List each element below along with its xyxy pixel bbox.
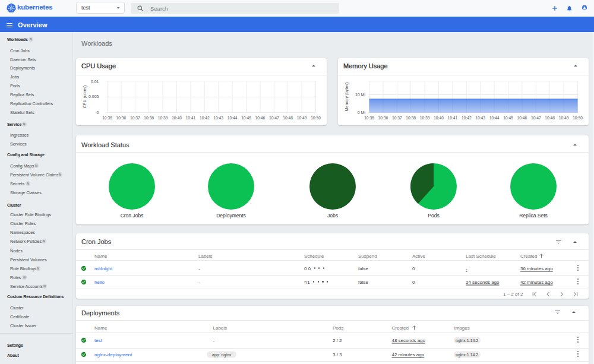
svg-text:10:46: 10:46	[517, 115, 527, 119]
svg-text:10:39: 10:39	[158, 115, 168, 119]
svg-text:10:41: 10:41	[186, 115, 196, 119]
svg-text:0.01: 0.01	[91, 79, 99, 83]
svg-text:10:41: 10:41	[448, 115, 458, 119]
svg-text:10:45: 10:45	[241, 115, 251, 119]
svg-text:10:35: 10:35	[364, 115, 374, 119]
svg-text:10:44: 10:44	[228, 115, 238, 119]
svg-text:CPU (cores): CPU (cores)	[83, 85, 87, 108]
svg-text:10:37: 10:37	[392, 115, 402, 119]
svg-text:10:46: 10:46	[255, 115, 266, 119]
svg-text:10:42: 10:42	[200, 115, 210, 119]
svg-text:10:38: 10:38	[406, 115, 416, 119]
svg-text:10:40: 10:40	[172, 115, 182, 119]
svg-text:10:37: 10:37	[130, 115, 140, 119]
svg-text:Memory (bytes): Memory (bytes)	[345, 82, 349, 111]
svg-text:10:45: 10:45	[503, 115, 513, 119]
svg-text:10:38: 10:38	[144, 115, 154, 119]
svg-text:0 Mi: 0 Mi	[358, 110, 366, 115]
svg-text:10:43: 10:43	[213, 115, 223, 119]
svg-text:10:43: 10:43	[475, 115, 485, 119]
svg-text:0.005: 0.005	[89, 94, 99, 99]
svg-text:10:50: 10:50	[311, 115, 321, 119]
svg-text:10:36: 10:36	[378, 115, 388, 119]
svg-text:10:42: 10:42	[462, 115, 472, 119]
svg-text:10:47: 10:47	[531, 115, 541, 119]
svg-text:10:35: 10:35	[102, 115, 112, 119]
svg-text:10:50: 10:50	[573, 115, 583, 119]
svg-text:10:48: 10:48	[283, 115, 293, 119]
svg-text:10:48: 10:48	[545, 115, 555, 119]
svg-text:10:44: 10:44	[489, 115, 500, 119]
svg-text:10 Mi: 10 Mi	[355, 92, 366, 96]
svg-text:10:49: 10:49	[297, 115, 307, 119]
svg-text:10:49: 10:49	[559, 115, 569, 119]
svg-text:10:40: 10:40	[434, 115, 444, 119]
svg-text:10:47: 10:47	[269, 115, 279, 119]
svg-text:10:39: 10:39	[420, 115, 430, 119]
svg-text:10:36: 10:36	[116, 115, 127, 119]
svg-text:0: 0	[97, 110, 99, 115]
